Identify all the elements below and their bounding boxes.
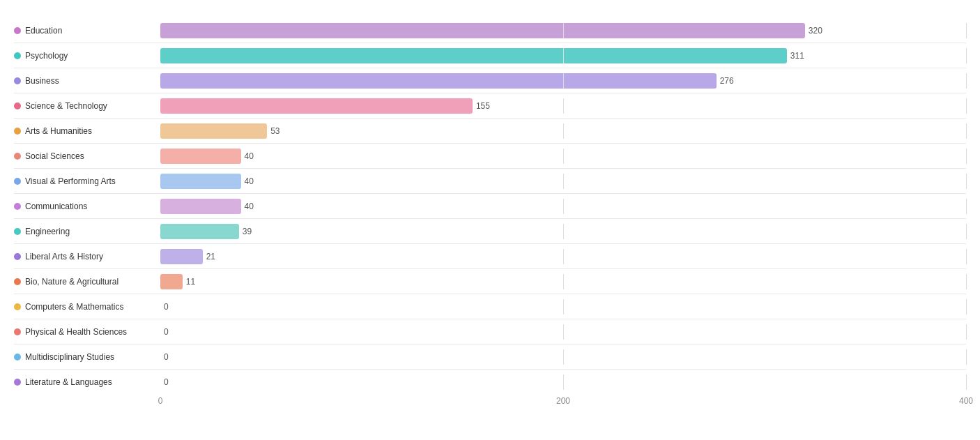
bar-fill — [160, 48, 787, 63]
label-dot — [14, 379, 21, 386]
label-text: Business — [25, 76, 59, 86]
label-text: Engineering — [25, 227, 70, 236]
grid-line — [563, 349, 564, 365]
bar-value: 53 — [270, 126, 280, 136]
bar-track: 0 — [160, 374, 966, 390]
label-text: Visual & Performing Arts — [25, 176, 116, 186]
bar-value: 40 — [245, 202, 254, 211]
grid-line — [160, 349, 161, 365]
bar-track: 155 — [160, 98, 966, 114]
grid-line — [160, 299, 161, 314]
bar-row: Science & Technology 155 — [14, 93, 966, 119]
bar-fill — [160, 174, 241, 189]
label-text: Education — [25, 26, 62, 36]
bar-track: 0 — [160, 349, 966, 365]
grid-line — [966, 98, 967, 114]
grid-line — [966, 73, 967, 89]
label-text: Science & Technology — [25, 101, 107, 111]
grid-line — [966, 23, 967, 38]
label-dot — [14, 52, 21, 59]
bar-value: 320 — [809, 26, 822, 36]
x-axis-tick: 0 — [158, 396, 163, 406]
label-dot — [14, 278, 21, 285]
label-text: Arts & Humanities — [25, 126, 92, 136]
grid-line — [563, 98, 564, 114]
label-dot — [14, 328, 21, 335]
bar-value: 40 — [245, 176, 254, 186]
bar-track: 311 — [160, 48, 966, 63]
grid-line — [966, 199, 967, 214]
grid-line — [563, 123, 564, 139]
grid-line — [563, 324, 564, 340]
label-text: Literature & Languages — [25, 377, 112, 387]
bar-value: 40 — [245, 151, 254, 161]
bar-track: 0 — [160, 324, 966, 340]
bar-label: Business — [14, 76, 160, 86]
grid-line — [966, 48, 967, 63]
bar-row: Psychology 311 — [14, 43, 966, 68]
bar-value: 0 — [164, 327, 169, 337]
label-text: Physical & Health Sciences — [25, 327, 127, 337]
grid-line — [563, 299, 564, 314]
bar-track: 40 — [160, 199, 966, 214]
grid-line — [966, 123, 967, 139]
bar-track: 0 — [160, 299, 966, 314]
bar-row: Literature & Languages 0 — [14, 370, 966, 395]
label-dot — [14, 203, 21, 210]
bar-fill — [160, 98, 473, 114]
bar-label: Communications — [14, 202, 160, 211]
grid-line — [563, 249, 564, 264]
label-dot — [14, 354, 21, 361]
label-dot — [14, 27, 21, 34]
label-text: Bio, Nature & Agricultural — [25, 277, 118, 287]
bar-row: Computers & Mathematics 0 — [14, 294, 966, 319]
bar-row: Education 320 — [14, 18, 966, 43]
bar-fill — [160, 123, 267, 139]
bar-fill — [160, 199, 241, 214]
grid-line — [966, 349, 967, 365]
grid-line — [160, 374, 161, 390]
x-axis: 0200400 — [160, 396, 966, 410]
grid-line — [563, 199, 564, 214]
bar-row: Communications 40 — [14, 194, 966, 219]
label-text: Liberal Arts & History — [25, 252, 103, 261]
bar-track: 276 — [160, 73, 966, 89]
x-axis-tick: 200 — [556, 396, 570, 406]
bar-value: 39 — [243, 227, 252, 236]
bar-label: Multidisciplinary Studies — [14, 352, 160, 362]
label-dot — [14, 303, 21, 310]
bar-row: Visual & Performing Arts 40 — [14, 169, 966, 194]
grid-line — [966, 174, 967, 189]
bar-track: 40 — [160, 174, 966, 189]
bar-fill — [160, 23, 805, 38]
grid-line — [966, 274, 967, 289]
grid-line — [563, 374, 564, 390]
bar-track: 320 — [160, 23, 966, 38]
grid-line — [563, 149, 564, 164]
x-axis-tick: 400 — [959, 396, 973, 406]
bar-track: 40 — [160, 149, 966, 164]
grid-line — [966, 324, 967, 340]
bar-label: Psychology — [14, 51, 160, 61]
label-dot — [14, 178, 21, 185]
grid-line — [563, 224, 564, 239]
grid-line — [966, 224, 967, 239]
bar-fill — [160, 224, 239, 239]
bar-label: Education — [14, 26, 160, 36]
bar-label: Literature & Languages — [14, 377, 160, 387]
chart-container: Education 320 Psychology 311 Business 27… — [0, 0, 980, 440]
bar-value: 11 — [186, 277, 195, 287]
label-dot — [14, 77, 21, 84]
grid-line — [966, 299, 967, 314]
bar-label: Liberal Arts & History — [14, 252, 160, 261]
bar-row: Social Sciences 40 — [14, 144, 966, 169]
bar-label: Engineering — [14, 227, 160, 236]
bar-label: Computers & Mathematics — [14, 302, 160, 312]
bar-fill — [160, 249, 203, 264]
bar-fill — [160, 73, 717, 89]
bar-label: Bio, Nature & Agricultural — [14, 277, 160, 287]
bar-fill — [160, 149, 241, 164]
grid-line — [160, 324, 161, 340]
bar-value: 0 — [164, 352, 169, 362]
bar-row: Bio, Nature & Agricultural 11 — [14, 269, 966, 294]
